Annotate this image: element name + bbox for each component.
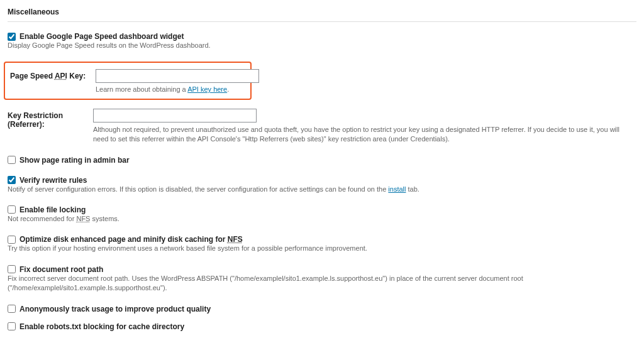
fix-document-root-checkbox[interactable]: [8, 265, 16, 273]
track-usage-label: Anonymously track usage to improve produ…: [19, 305, 211, 313]
enable-pagespeed-widget-checkbox[interactable]: [8, 33, 16, 41]
track-usage-checkbox[interactable]: [8, 305, 16, 313]
api-key-input[interactable]: [96, 69, 259, 83]
optimize-disk-desc: Try this option if your hosting environm…: [8, 244, 636, 253]
enable-file-locking-checkbox[interactable]: [8, 205, 16, 214]
api-key-highlight-box: Page Speed API Key: Learn more about obt…: [4, 62, 252, 99]
api-key-help: Learn more about obtaining a API key her…: [96, 85, 259, 94]
robots-blocking-label: Enable robots.txt blocking for cache dir…: [19, 322, 184, 331]
show-page-rating-checkbox[interactable]: [8, 156, 16, 164]
section-title: Miscellaneous: [8, 5, 636, 22]
robots-blocking-checkbox[interactable]: [8, 322, 16, 330]
enable-file-locking-label: Enable file locking: [19, 205, 86, 214]
verify-rewrite-checkbox[interactable]: [8, 176, 16, 184]
install-link[interactable]: install: [388, 185, 406, 193]
enable-file-locking-desc: Not recommended for NFS systems.: [8, 214, 636, 224]
key-restriction-input[interactable]: [93, 109, 257, 122]
fix-document-root-desc: Fix incorrect server document root path.…: [8, 274, 636, 293]
key-restriction-desc: Although not required, to prevent unauth…: [93, 125, 636, 144]
fix-document-root-label: Fix document root path: [19, 265, 103, 274]
verify-rewrite-desc: Notify of server configuration errors. I…: [8, 185, 636, 194]
optimize-disk-checkbox[interactable]: [8, 236, 16, 244]
key-restriction-label: Key Restriction (Referrer):: [8, 109, 93, 129]
api-key-help-link[interactable]: API key here: [187, 85, 227, 93]
enable-pagespeed-widget-desc: Display Google Page Speed results on the…: [8, 41, 636, 50]
api-key-label: Page Speed API Key:: [10, 69, 96, 80]
optimize-disk-label: Optimize disk enhanced page and minify d…: [19, 235, 243, 244]
show-page-rating-label: Show page rating in admin bar: [19, 156, 130, 165]
verify-rewrite-label: Verify rewrite rules: [19, 176, 87, 185]
enable-pagespeed-widget-label: Enable Google Page Speed dashboard widge…: [19, 32, 184, 41]
